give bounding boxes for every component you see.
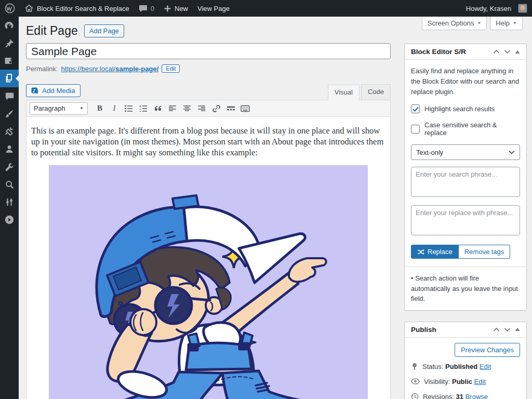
- case-checkbox[interactable]: [411, 125, 420, 134]
- link-icon: [212, 104, 221, 113]
- help-tab[interactable]: Help ▼: [490, 17, 523, 30]
- sidebar-item-tools[interactable]: [0, 158, 19, 176]
- blockquote-button[interactable]: [151, 102, 165, 115]
- replace-phrase-textarea[interactable]: [411, 205, 520, 235]
- permalink-link[interactable]: https://besnr.local/sample-page/: [61, 65, 158, 73]
- edit-visibility-link[interactable]: Edit: [474, 378, 486, 385]
- new-menu[interactable]: New: [159, 0, 193, 17]
- permalink: Permalink: https://besnr.local/sample-pa…: [26, 64, 180, 73]
- right-column: Block Editor S/R Easily find and replace…: [404, 44, 527, 399]
- status-value: Published: [445, 363, 477, 370]
- keyboard-icon: [241, 105, 250, 112]
- status-label: Status:: [422, 363, 443, 370]
- toolbar-toggle-button[interactable]: [238, 102, 252, 115]
- sidebar-item-appearance[interactable]: [0, 105, 19, 123]
- bold-button[interactable]: B: [93, 102, 107, 115]
- comments-icon: [139, 4, 148, 12]
- chevron-down-icon: ▼: [477, 21, 481, 25]
- howdy-label: Howdy, Krasen: [466, 5, 511, 12]
- post-title-input[interactable]: [26, 43, 391, 59]
- read-more-button[interactable]: [224, 102, 237, 115]
- status-pin-icon: [411, 363, 418, 370]
- permalink-label: Permalink:: [26, 65, 58, 73]
- chevron-down-icon: ▼: [79, 106, 84, 111]
- bullet-list-icon: [124, 104, 134, 113]
- page-title: Edit Page: [26, 23, 78, 39]
- case-checkbox-row[interactable]: Case sensitive search & replace: [411, 121, 520, 137]
- browse-revisions-link[interactable]: Browse: [466, 393, 488, 399]
- sr-description: Easily find and replace anything in the …: [411, 66, 520, 97]
- case-label: Case sensitive search & replace: [424, 121, 520, 137]
- admin-bar: Block Editor Search & Replace 0 New View…: [0, 0, 532, 17]
- chevron-down-icon: [504, 49, 511, 54]
- italic-button[interactable]: I: [108, 102, 121, 115]
- comments-menu[interactable]: 0: [134, 0, 159, 17]
- collapse-toggle[interactable]: [515, 50, 520, 54]
- sidebar-item-settings[interactable]: [0, 193, 19, 211]
- sidebar-item-comments[interactable]: [0, 87, 19, 105]
- move-up-button[interactable]: [493, 49, 500, 54]
- highlight-checkbox-row[interactable]: Highlight search results: [411, 104, 520, 113]
- sr-note: • Search action will fire automatically …: [411, 273, 520, 304]
- edit-permalink-button[interactable]: Edit: [162, 64, 180, 73]
- align-center-button[interactable]: [180, 102, 194, 115]
- editor-content[interactable]: This is an example page. It's different …: [26, 117, 390, 399]
- editor-toolbar: Paragraph ▼ B I: [26, 100, 390, 117]
- revisions-clock-icon: [411, 393, 419, 399]
- paragraph-format-select[interactable]: Paragraph ▼: [30, 102, 88, 115]
- publish-metabox: Publish Preview Changes Status: Publishe…: [404, 322, 527, 399]
- collapse-toggle[interactable]: [515, 327, 520, 331]
- checkmark-icon: [413, 107, 419, 112]
- sidebar-item-dashboard[interactable]: [0, 17, 19, 34]
- read-more-icon: [227, 105, 235, 112]
- tab-code[interactable]: Code: [361, 84, 391, 100]
- wordpress-logo-menu[interactable]: [0, 0, 20, 17]
- comments-bubble-icon: [5, 91, 15, 101]
- status-row: Status: Published Edit: [405, 359, 526, 374]
- chevron-up-icon: [493, 49, 500, 54]
- move-up-button[interactable]: [493, 327, 500, 332]
- numbered-list-icon: [139, 104, 148, 113]
- plugins-plug-icon: [4, 126, 15, 137]
- media-icon: [31, 87, 39, 95]
- edit-status-link[interactable]: Edit: [480, 363, 491, 370]
- sidebar-item-users[interactable]: [0, 140, 19, 158]
- posts-pin-icon: [4, 38, 15, 48]
- link-button[interactable]: [209, 102, 223, 115]
- site-name-menu[interactable]: Block Editor Search & Replace: [20, 0, 134, 17]
- screen-meta: Screen Options ▼ Help ▼: [422, 17, 523, 30]
- sidebar-item-posts[interactable]: [0, 34, 19, 52]
- appearance-brush-icon: [4, 109, 15, 119]
- mode-select[interactable]: Text-only: [411, 144, 520, 160]
- content-image-dabbing-boy[interactable]: [49, 165, 368, 399]
- bullet-list-button[interactable]: [122, 102, 136, 115]
- chevron-down-icon: [509, 150, 515, 154]
- permalink-slug: sample-page/: [115, 65, 158, 73]
- move-down-button[interactable]: [504, 49, 511, 54]
- tab-visual[interactable]: Visual: [328, 85, 360, 100]
- view-page-menu[interactable]: View Page: [193, 0, 234, 17]
- numbered-list-button[interactable]: [137, 102, 150, 115]
- highlight-checkbox[interactable]: [411, 104, 420, 113]
- move-down-button[interactable]: [504, 327, 511, 332]
- account-menu[interactable]: Howdy, Krasen: [461, 0, 532, 17]
- add-media-button[interactable]: Add Media: [26, 84, 81, 97]
- sidebar-item-plugins[interactable]: [0, 123, 19, 140]
- sidebar-item-media[interactable]: [0, 52, 19, 70]
- sr-metabox: Block Editor S/R Easily find and replace…: [404, 44, 527, 311]
- replace-button[interactable]: Replace: [411, 245, 459, 259]
- sidebar-item-collapse[interactable]: [0, 211, 19, 229]
- align-right-button[interactable]: [195, 102, 208, 115]
- add-page-button[interactable]: Add Page: [84, 24, 124, 37]
- screen-options-tab[interactable]: Screen Options ▼: [422, 17, 487, 30]
- remove-tags-button[interactable]: Remove tags: [459, 245, 511, 259]
- visibility-value: Public: [452, 378, 472, 385]
- sidebar-item-search[interactable]: [0, 176, 19, 193]
- avatar: [518, 4, 527, 13]
- sidebar-item-pages[interactable]: [0, 70, 19, 87]
- sr-metabox-title: Block Editor S/R: [411, 48, 466, 56]
- align-left-button[interactable]: [166, 102, 179, 115]
- preview-changes-button[interactable]: Preview Changes: [455, 343, 520, 357]
- search-phrase-textarea[interactable]: [411, 167, 520, 197]
- wordpress-logo-icon: [5, 3, 15, 14]
